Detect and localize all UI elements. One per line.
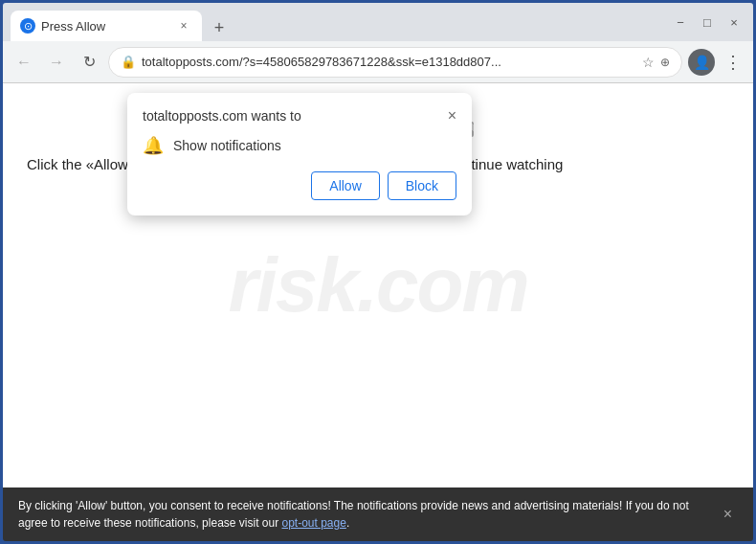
close-window-button[interactable]: × bbox=[726, 15, 742, 30]
page-content: risk.com Click the «Allow» button to sub… bbox=[3, 83, 753, 487]
address-bar-row: ← → ↻ 🔒 totaltopposts.com/?s=45806582978… bbox=[3, 41, 753, 83]
lock-icon: 🔒 bbox=[121, 55, 136, 69]
title-bar: ⊙ Press Allow × + − □ × bbox=[3, 3, 753, 41]
profile-icon: 👤 bbox=[694, 55, 710, 70]
menu-button[interactable]: ⋮ bbox=[721, 48, 745, 77]
bottom-bar-text: By clicking 'Allow' button, you consent … bbox=[18, 497, 708, 532]
tab-title: Press Allow bbox=[41, 19, 169, 34]
popup-title: totaltopposts.com wants to bbox=[143, 108, 301, 124]
block-button[interactable]: Block bbox=[388, 171, 456, 200]
popup-permission-row: 🔔 Show notifications bbox=[143, 135, 456, 156]
bell-icon: 🔔 bbox=[143, 135, 164, 156]
bottom-notification-bar: By clicking 'Allow' button, you consent … bbox=[3, 487, 753, 541]
refresh-button[interactable]: ↻ bbox=[76, 49, 102, 76]
popup-buttons: Allow Block bbox=[143, 171, 456, 200]
forward-button[interactable]: → bbox=[43, 49, 70, 76]
download-icon[interactable]: ⊕ bbox=[660, 56, 670, 69]
popup-close-button[interactable]: × bbox=[448, 108, 456, 124]
bottom-close-button[interactable]: × bbox=[718, 504, 738, 525]
address-right-icons: ☆ ⊕ bbox=[642, 55, 670, 70]
address-box[interactable]: 🔒 totaltopposts.com/?s=45806582978367122… bbox=[108, 47, 682, 78]
allow-button[interactable]: Allow bbox=[311, 171, 379, 200]
bottom-bar-text-prefix: By clicking 'Allow' button, you consent … bbox=[18, 499, 689, 530]
window-controls: − □ × bbox=[673, 15, 745, 30]
permission-text: Show notifications bbox=[173, 138, 281, 153]
minimize-button[interactable]: − bbox=[673, 15, 688, 30]
new-tab-button[interactable]: + bbox=[206, 14, 233, 41]
profile-button[interactable]: 👤 bbox=[688, 49, 715, 76]
maximize-button[interactable]: □ bbox=[700, 15, 715, 30]
watermark: risk.com bbox=[228, 241, 527, 329]
browser-window: ⊙ Press Allow × + − □ × ← → ↻ 🔒 totaltop… bbox=[0, 0, 756, 544]
tab-favicon: ⊙ bbox=[20, 18, 35, 34]
opt-out-link[interactable]: opt-out page bbox=[281, 516, 345, 530]
star-icon[interactable]: ☆ bbox=[642, 55, 655, 70]
tab-close-button[interactable]: × bbox=[175, 17, 192, 34]
popup-header: totaltopposts.com wants to × bbox=[143, 108, 456, 124]
notification-popup: totaltopposts.com wants to × 🔔 Show noti… bbox=[127, 93, 472, 215]
tab-area: ⊙ Press Allow × + bbox=[11, 3, 667, 41]
back-button[interactable]: ← bbox=[11, 49, 37, 76]
bottom-bar-text-suffix: . bbox=[346, 516, 349, 530]
url-text: totaltopposts.com/?s=458065829783671228&… bbox=[142, 55, 636, 69]
active-tab[interactable]: ⊙ Press Allow × bbox=[11, 11, 202, 41]
